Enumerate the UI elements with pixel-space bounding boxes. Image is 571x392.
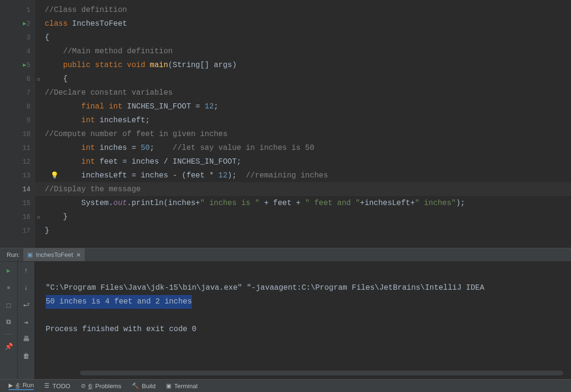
code-string: " feet and " — [305, 199, 360, 207]
code-text: INCHES_IN_FOOT = — [127, 102, 205, 111]
code-text: ); — [456, 199, 465, 207]
tab-build[interactable]: 🔨Build — [132, 382, 156, 390]
code-number: 50 — [141, 144, 150, 152]
gutter-line[interactable]: 14 — [0, 182, 35, 196]
code-text: .println(inches+ — [127, 199, 200, 207]
console-line: Process finished with exit code 0 — [46, 325, 197, 333]
code-text: inchesLeft = inches - (feet * — [45, 171, 218, 180]
tab-run[interactable]: ▶4: Run — [9, 382, 34, 390]
code-text: feet = inches / INCHES_IN_FOOT; — [99, 157, 241, 166]
run-body: ▶ ■ ⬚ ⧉ 📌 ↑ ↓ ⮐ ⇥ 🖶 🗑 "C:\Program Files\… — [0, 262, 571, 379]
gutter-line[interactable]: ▶2 — [0, 17, 35, 30]
code-comment: //let say value in inches is 50 — [173, 144, 315, 152]
code-text: +inchesLeft+ — [360, 199, 415, 207]
bulb-icon[interactable]: 💡 — [50, 171, 59, 179]
code-keyword: int — [45, 116, 99, 125]
trash-button[interactable]: 🗑 — [21, 351, 31, 362]
gutter-line[interactable]: 11 — [0, 141, 35, 155]
softwrap-button[interactable]: ⮐ — [21, 300, 31, 310]
code-text: + feet + — [259, 199, 305, 207]
gutter-line[interactable]: 7 — [0, 86, 35, 99]
code-comment: //Main method definition — [45, 47, 173, 56]
scroll-button[interactable]: ⇥ — [21, 317, 31, 327]
gutter-line[interactable]: ▶5 — [0, 58, 35, 72]
code-text: inches = — [99, 144, 140, 152]
gutter-line[interactable]: 9 — [0, 113, 35, 127]
layout-button[interactable]: ⧉ — [3, 317, 14, 327]
gutter-line[interactable]: 16 — [0, 210, 35, 224]
warning-icon: ⊘ — [81, 382, 86, 389]
tab-label: Build — [142, 382, 156, 390]
up-button[interactable]: ↑ — [21, 265, 31, 276]
run-header: Run: ▣ InchesToFeet ✕ — [0, 248, 571, 262]
rerun-button[interactable]: ▶ — [3, 265, 14, 276]
pin-button[interactable]: 📌 — [3, 341, 14, 352]
gutter-line[interactable]: 3 — [0, 30, 35, 44]
code-text: System. — [45, 199, 113, 207]
code-keyword: int — [45, 157, 99, 166]
bottom-bar: ▶4: Run ☰TODO ⊘6: Problems 🔨Build ▣Termi… — [0, 379, 571, 392]
run-tab[interactable]: ▣ InchesToFeet ✕ — [23, 248, 84, 261]
tab-todo[interactable]: ☰TODO — [44, 382, 70, 390]
tab-label: Terminal — [174, 382, 197, 390]
editor-area: 1 ▶2 3 4 ▶5 6 7 8 9 10 11 12 13 14 15 16… — [0, 0, 571, 248]
tab-label: TODO — [52, 382, 70, 390]
run-tab-name: InchesToFeet — [36, 251, 73, 258]
code-comment: //Declare constant variables — [45, 88, 173, 97]
code-brace: } — [45, 213, 68, 221]
debug-button[interactable]: ⬚ — [3, 300, 14, 310]
code-text: ; — [214, 102, 218, 111]
console-line-selected: 50 inches is 4 feet and 2 inches — [46, 295, 192, 309]
code-keyword: int — [45, 144, 99, 152]
code-comment: //remaining inches — [246, 171, 328, 180]
run-label: Run: — [7, 251, 20, 258]
fold-icon[interactable]: ⊟ — [37, 214, 40, 220]
code-area[interactable]: //Class definition class InchesToFeet { … — [35, 0, 571, 248]
code-brace: { — [45, 33, 49, 42]
code-comment: //Compute number of feet in given inches — [45, 130, 227, 138]
gutter-line[interactable]: 8 — [0, 99, 35, 113]
tab-problems[interactable]: ⊘6: Problems — [81, 382, 121, 390]
gutter-line[interactable]: 17 — [0, 224, 35, 237]
run-toolbar-right: ↑ ↓ ⮐ ⇥ 🖶 🗑 — [17, 262, 34, 379]
window-icon: ▣ — [27, 251, 33, 258]
stop-button[interactable]: ■ — [3, 283, 14, 293]
console-output[interactable]: "C:\Program Files\Java\jdk-15\bin\java.e… — [34, 262, 571, 379]
gutter-line[interactable]: 1 — [0, 3, 35, 17]
run-line-icon[interactable]: ▶ — [23, 61, 26, 69]
code-string: " inches" — [415, 199, 456, 207]
code-brace: { — [45, 75, 68, 83]
code-text: (String[] args) — [168, 61, 236, 69]
horizontal-scrollbar[interactable] — [80, 371, 563, 375]
console-line: "C:\Program Files\Java\jdk-15\bin\java.e… — [46, 284, 484, 292]
close-icon[interactable]: ✕ — [76, 252, 81, 258]
code-keyword: public static void — [45, 61, 150, 69]
gutter: 1 ▶2 3 4 ▶5 6 7 8 9 10 11 12 13 14 15 16… — [0, 0, 35, 248]
gutter-line[interactable]: 13 — [0, 168, 35, 182]
code-number: 12 — [205, 102, 214, 111]
gutter-line[interactable]: 6 — [0, 72, 35, 86]
code-keyword: final int — [45, 102, 127, 111]
list-icon: ☰ — [44, 382, 49, 389]
code-text: inchesLeft; — [99, 116, 150, 125]
print-button[interactable]: 🖶 — [21, 334, 31, 344]
code-keyword: class — [45, 20, 72, 28]
code-text: ); — [227, 171, 246, 180]
run-toolbar-left: ▶ ■ ⬚ ⧉ 📌 — [0, 262, 17, 379]
tab-terminal[interactable]: ▣Terminal — [166, 382, 197, 390]
gutter-line[interactable]: 10 — [0, 127, 35, 141]
code-string: " inches is " — [200, 199, 259, 207]
gutter-line[interactable]: 15 — [0, 196, 35, 210]
terminal-icon: ▣ — [166, 382, 171, 389]
code-method: main — [150, 61, 168, 69]
gutter-line[interactable]: 12 — [0, 155, 35, 168]
gutter-line[interactable]: 4 — [0, 44, 35, 58]
code-comment: //Display the message — [45, 185, 141, 194]
code-text: ; — [150, 144, 173, 152]
run-line-icon[interactable]: ▶ — [23, 20, 26, 27]
code-class: InchesToFeet — [72, 20, 127, 28]
code-brace: } — [45, 226, 49, 235]
fold-icon[interactable]: ⊟ — [37, 76, 40, 82]
hammer-icon: 🔨 — [132, 382, 139, 389]
down-button[interactable]: ↓ — [21, 283, 31, 293]
